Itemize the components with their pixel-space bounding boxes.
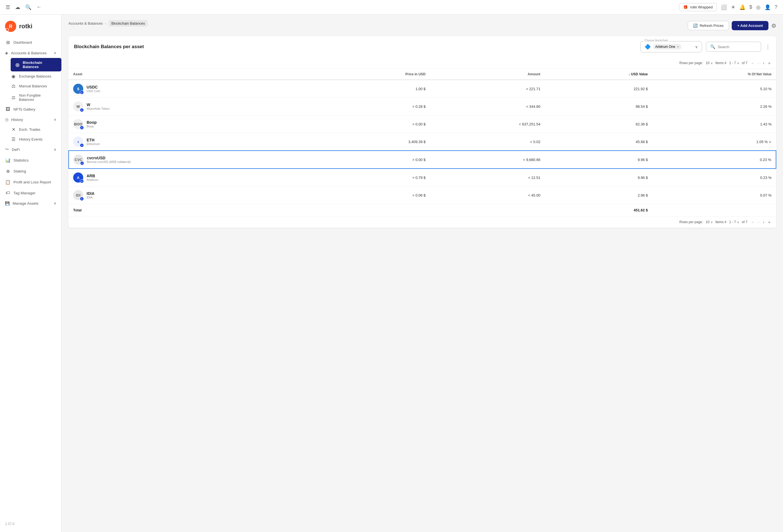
menu-icon[interactable]: ☰ [6, 4, 10, 10]
refresh-prices-button[interactable]: 🔄 Refresh Prices [688, 21, 729, 30]
items-range-select-bottom[interactable]: 1 - 7 ∨ [729, 220, 739, 224]
chain-badge: A [80, 161, 84, 165]
asset-name: IDIA [87, 196, 94, 199]
monitor-icon[interactable]: ⬜ [721, 4, 727, 10]
asset-cell-cvcrvusd: CVC A cvcrvUSD Borrow crvUSD (ARB collat… [69, 151, 320, 169]
chain-badge: A [80, 91, 84, 94]
blockchain-select-inner[interactable]: Choose blockchain 🔷 Arbitrum One ✕ ∨ [640, 41, 702, 53]
staking-icon: ⊕ [5, 169, 11, 174]
sidebar-item-label-nfts: NFTs Gallery [13, 107, 35, 111]
svg-point-2 [6, 28, 9, 31]
amount-cell: < 12.51 [430, 169, 545, 187]
pagination-last-button-bottom[interactable]: » [767, 219, 772, 225]
sidebar-item-tag-manager[interactable]: 🏷 Tag Manager [0, 188, 61, 198]
pagination-first-button-bottom[interactable]: « [750, 219, 755, 225]
table-wrap: Asset Price in USD Amount ↓ USD Value % … [68, 69, 776, 217]
breadcrumb-parent[interactable]: Accounts & Balances [68, 21, 103, 26]
svg-text:R: R [9, 24, 12, 29]
usd-value-cell: 221.92 $ [545, 80, 652, 98]
sidebar-item-history[interactable]: ◷ History ∧ [0, 114, 61, 125]
pagination-next-button-bottom[interactable]: › [762, 219, 766, 225]
net-value-cell: 5.10 % [652, 80, 776, 98]
add-account-button[interactable]: + Add Account [732, 21, 769, 30]
rows-per-page-label-bottom: Rows per page: [679, 220, 703, 224]
settings-button[interactable]: ⚙ [771, 23, 776, 29]
col-usd-value[interactable]: ↓ USD Value [545, 69, 652, 80]
sidebar-item-manage-assets[interactable]: 💾 Manage Assets ∨ [0, 198, 61, 208]
asset-symbol: Boop [87, 120, 97, 125]
currency-icon[interactable]: ◎ [756, 4, 760, 10]
table-row: ♦ A ETH Ethereum 3,409.39 $< 0.0245.88 $… [69, 133, 776, 151]
sidebar-item-exchange-balances[interactable]: ◉ Exchange Balances [11, 71, 61, 81]
usd-value-cell: 62.36 $ [545, 115, 652, 133]
blockchain-chip-close-icon[interactable]: ✕ [677, 45, 679, 49]
sidebar-sub-history: ✕ Exch. Trades ☰ History Events [0, 125, 61, 144]
sidebar-item-nfts-gallery[interactable]: 🖼 NFTs Gallery [0, 104, 61, 114]
pagination-prev-button-bottom[interactable]: ‹ [756, 219, 760, 225]
price-cell: 1.00 $ [320, 80, 430, 98]
asset-cell-w: W A W Wormhole Token [69, 98, 320, 115]
blockchain-balances-card: Blockchain Balances per asset Choose blo… [68, 36, 776, 228]
of-label: of 7 [742, 61, 747, 65]
search-icon[interactable]: 🔍 [25, 4, 31, 10]
exchange-icon: ◉ [11, 74, 16, 79]
back-icon[interactable]: ← [36, 4, 41, 10]
sidebar-item-dashboard[interactable]: ⊞ Dashboard [0, 37, 61, 48]
asset-cell-arb: A A ARB Arbitrum [69, 169, 320, 187]
table-row: $ A USDC USD Coin 1.00 $< 221.71221.92 $… [69, 80, 776, 98]
dollar-icon[interactable]: $ [749, 4, 752, 10]
sidebar-item-accounts-balances[interactable]: ◈ Accounts & Balances ∧ [0, 48, 61, 58]
more-options-icon[interactable]: ⋮ [765, 43, 771, 50]
rows-per-page-label: Rows per page: [679, 61, 703, 65]
sidebar-item-blockchain-balances[interactable]: ◎ Blockchain Balances [11, 58, 61, 71]
asset-symbol: W [87, 102, 109, 107]
blockchain-selector[interactable]: Choose blockchain 🔷 Arbitrum One ✕ ∨ [640, 41, 702, 53]
rows-per-page-chevron-icon: ∨ [711, 62, 713, 65]
manage-assets-icon: 💾 [5, 201, 10, 205]
user-icon[interactable]: 👤 [764, 4, 771, 10]
cloud-icon[interactable]: ☁ [15, 4, 20, 10]
search-input[interactable] [718, 45, 757, 49]
total-usd: 451.62 $ [545, 204, 652, 217]
total-price [320, 204, 430, 217]
expand-icon[interactable]: ∨ [769, 140, 772, 144]
theme-icon[interactable]: ☀ [731, 4, 735, 10]
sidebar-item-staking[interactable]: ⊕ Staking [0, 166, 61, 177]
main-content: Accounts & Balances › Blockchain Balance… [62, 14, 783, 532]
table-row: CVC A cvcrvUSD Borrow crvUSD (ARB collat… [69, 151, 776, 169]
sidebar-item-profit-loss[interactable]: 📋 Profit and Loss Report [0, 177, 61, 188]
sidebar-item-statistics[interactable]: 📊 Statistics [0, 155, 61, 166]
sidebar-item-defi[interactable]: 〜 DeFi ∨ [0, 144, 61, 155]
usd-value-cell: 9.96 $ [545, 151, 652, 169]
manual-icon: ⚖ [11, 84, 16, 89]
asset-cell-inner: ♦ A ETH Ethereum [73, 137, 315, 147]
items-range-select[interactable]: 1 - 7 ∨ [729, 61, 739, 65]
sidebar-sub-accounts: ◎ Blockchain Balances ◉ Exchange Balance… [0, 58, 61, 104]
sidebar-item-exch-trades[interactable]: ✕ Exch. Trades [11, 125, 61, 134]
sidebar-item-history-events[interactable]: ☰ History Events [11, 134, 61, 144]
rows-per-page-select[interactable]: 10 ∨ [706, 61, 712, 65]
asset-symbol: ETH [87, 138, 100, 142]
amount-cell: < 637,251.54 [430, 115, 545, 133]
blockchain-chip: Arbitrum One ✕ [653, 44, 682, 49]
pagination-prev-button[interactable]: ‹ [756, 60, 760, 66]
chain-badge: A [80, 126, 84, 130]
asset-logo-wrap: CVC A [73, 155, 84, 165]
usd-value-cell: 98.54 $ [545, 98, 652, 115]
price-cell: > 0.28 $ [320, 98, 430, 115]
topbar: ☰ ☁ 🔍 ← 🎁 rotki Wrapped ⬜ ☀ 🔔 $ ◎ 👤 ? [0, 0, 783, 14]
help-icon[interactable]: ? [775, 4, 777, 10]
sidebar-item-nonfungible-balances[interactable]: ⚖ Non Fungible Balances [11, 91, 61, 104]
rows-per-page-select-bottom[interactable]: 10 ∨ [706, 220, 712, 224]
sidebar-item-manual-balances[interactable]: ⚖ Manual Balances [11, 81, 61, 91]
sidebar-logo: R rotki [0, 18, 61, 37]
pagination-next-button[interactable]: › [762, 60, 766, 66]
bell-icon[interactable]: 🔔 [739, 4, 746, 10]
pagination-first-button[interactable]: « [750, 60, 755, 66]
nfts-icon: 🖼 [5, 107, 11, 112]
asset-name: USD Coin [87, 89, 100, 93]
net-value-cell: 0.07 % [652, 187, 776, 204]
pagination-last-button[interactable]: » [767, 60, 772, 66]
rotki-wrapped-button[interactable]: 🎁 rotki Wrapped [679, 3, 717, 11]
amount-cell: < 344.80 [430, 98, 545, 115]
